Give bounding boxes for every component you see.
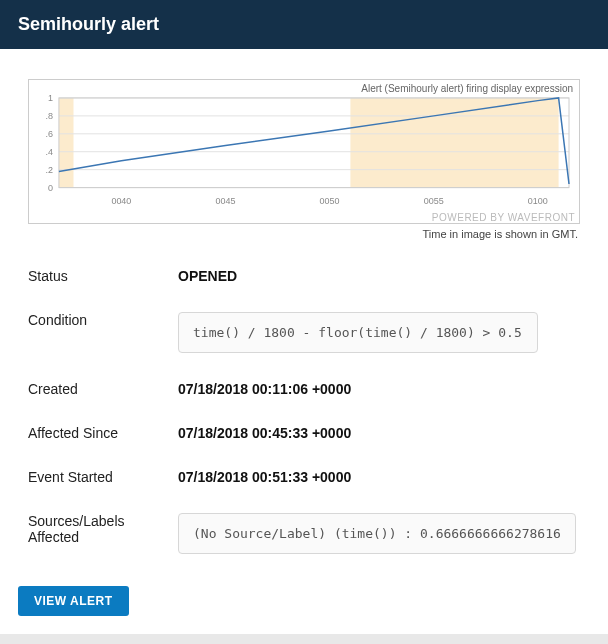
- row-condition: Condition time() / 1800 - floor(time() /…: [28, 298, 580, 367]
- timezone-note: Time in image is shown in GMT.: [28, 228, 578, 240]
- created-label: Created: [28, 367, 178, 411]
- svg-text:0100: 0100: [528, 196, 548, 206]
- view-alert-button[interactable]: VIEW ALERT: [18, 586, 129, 616]
- svg-text:.2: .2: [45, 165, 52, 175]
- event-label: Event Started: [28, 455, 178, 499]
- status-value: OPENED: [178, 254, 580, 298]
- row-created: Created 07/18/2018 00:11:06 +0000: [28, 367, 580, 411]
- row-affected: Affected Since 07/18/2018 00:45:33 +0000: [28, 411, 580, 455]
- sources-label: Sources/Labels Affected: [28, 499, 178, 568]
- condition-value-cell: time() / 1800 - floor(time() / 1800) > 0…: [178, 298, 580, 367]
- alert-chart: 0.2.4.6.8100400045005000550100: [29, 80, 579, 210]
- svg-text:.4: .4: [45, 147, 52, 157]
- svg-text:0055: 0055: [424, 196, 444, 206]
- row-sources: Sources/Labels Affected (No Source/Label…: [28, 499, 580, 568]
- svg-text:0: 0: [48, 183, 53, 193]
- chart-title: Alert (Semihourly alert) firing display …: [361, 83, 573, 94]
- attribution-text: POWERED BY WAVEFRONT: [29, 210, 579, 223]
- svg-text:0045: 0045: [216, 196, 236, 206]
- condition-label: Condition: [28, 298, 178, 367]
- page-title: Semihourly alert: [18, 14, 159, 34]
- row-event: Event Started 07/18/2018 00:51:33 +0000: [28, 455, 580, 499]
- sources-value-cell: (No Source/Label) (time()) : 0.666666666…: [178, 499, 580, 568]
- svg-text:.6: .6: [45, 129, 52, 139]
- alert-card: Semihourly alert Alert (Semihourly alert…: [0, 0, 608, 634]
- svg-text:0040: 0040: [111, 196, 131, 206]
- event-value: 07/18/2018 00:51:33 +0000: [178, 455, 580, 499]
- condition-value: time() / 1800 - floor(time() / 1800) > 0…: [178, 312, 538, 353]
- svg-rect-0: [350, 98, 558, 188]
- affected-label: Affected Since: [28, 411, 178, 455]
- card-footer: VIEW ALERT: [0, 586, 608, 634]
- fields-table: Status OPENED Condition time() / 1800 - …: [28, 254, 580, 568]
- svg-text:1: 1: [48, 93, 53, 103]
- status-label: Status: [28, 254, 178, 298]
- created-value: 07/18/2018 00:11:06 +0000: [178, 367, 580, 411]
- chart-container: Alert (Semihourly alert) firing display …: [28, 79, 580, 224]
- card-body: Alert (Semihourly alert) firing display …: [0, 49, 608, 586]
- row-status: Status OPENED: [28, 254, 580, 298]
- svg-rect-1: [59, 98, 74, 188]
- affected-value: 07/18/2018 00:45:33 +0000: [178, 411, 580, 455]
- card-header: Semihourly alert: [0, 0, 608, 49]
- sources-value: (No Source/Label) (time()) : 0.666666666…: [178, 513, 576, 554]
- svg-text:0050: 0050: [320, 196, 340, 206]
- svg-text:.8: .8: [45, 111, 52, 121]
